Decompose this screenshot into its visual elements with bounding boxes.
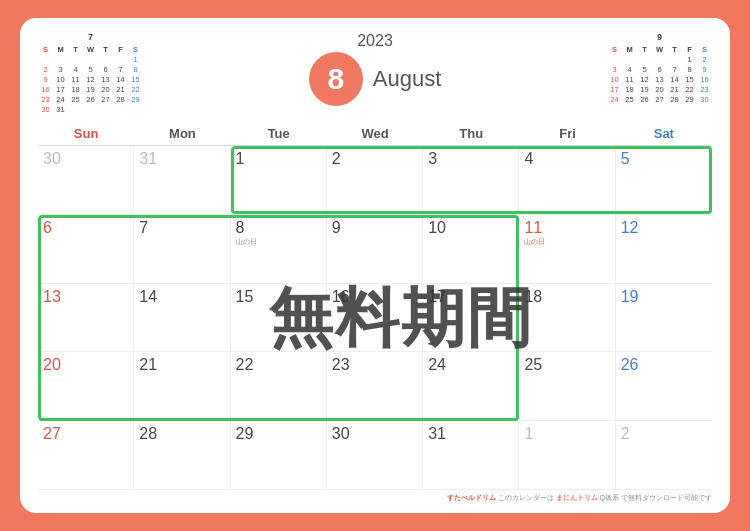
mini-cal-right: 9 SMTWTFS 123456789101112131415161718192… [607,32,712,104]
cell-number: 3 [428,149,513,168]
cell-number: 31 [428,424,513,443]
cell-number: 9 [332,218,417,237]
cell-number: 11 [524,218,609,237]
main-calendar: SunMonTueWedThuFriSat 無料期間 303112345678山… [38,122,712,490]
week-row-4: 272829303112 [38,421,712,490]
cal-cell-w2d0: 13 [38,284,134,352]
mini-cal-left-title: 7 [38,32,143,42]
mini-cal-left: 7 SMTWTFS 123456789101112131415161718192… [38,32,143,114]
year-label: 2023 [357,32,393,50]
cal-cell-w0d0: 30 [38,146,134,214]
cal-cell-w2d3: 16 [327,284,423,352]
mini-cal-right-title: 9 [607,32,712,42]
cell-number: 17 [428,287,513,306]
cal-cell-w2d6: 19 [616,284,712,352]
cal-cell-w4d0: 27 [38,421,134,489]
cell-number: 28 [139,424,224,443]
cell-number: 14 [139,287,224,306]
cal-cell-w4d5: 1 [519,421,615,489]
cal-cell-w0d6: 5 [616,146,712,214]
cal-cell-w4d2: 29 [231,421,327,489]
calendar-card: 7 SMTWTFS 123456789101112131415161718192… [20,18,730,513]
cell-number: 23 [332,355,417,374]
cal-cell-w3d1: 21 [134,352,230,420]
cell-number: 24 [428,355,513,374]
cal-cell-w1d2: 8山の日 [231,215,327,283]
cell-number: 10 [428,218,513,237]
col-header-thu: Thu [423,122,519,145]
cell-number: 4 [524,149,609,168]
cal-cell-w2d1: 14 [134,284,230,352]
cal-cell-w1d3: 9 [327,215,423,283]
month-circle: 8 [309,52,363,106]
top-section: 7 SMTWTFS 123456789101112131415161718192… [38,32,712,114]
cell-number: 8 [236,218,321,237]
cal-cell-w0d5: 4 [519,146,615,214]
cell-number: 15 [236,287,321,306]
cal-cell-w0d1: 31 [134,146,230,214]
cell-subtitle: 山の日 [524,237,545,247]
cell-number: 1 [236,149,321,168]
footer-brand1: すたべルドリム [447,494,496,501]
cal-cell-w0d3: 2 [327,146,423,214]
col-header-fri: Fri [519,122,615,145]
cal-cell-w1d1: 7 [134,215,230,283]
cell-number: 1 [524,424,609,443]
footer-text2: Q体系 [600,494,621,501]
cal-cell-w0d2: 1 [231,146,327,214]
cal-cell-w1d6: 12 [616,215,712,283]
cal-cell-w3d4: 24 [423,352,519,420]
cell-number: 31 [139,149,224,168]
col-header-sun: Sun [38,122,134,145]
cal-cell-w1d5: 11山の日 [519,215,615,283]
cal-cell-w4d1: 28 [134,421,230,489]
col-header-wed: Wed [327,122,423,145]
cell-number: 20 [43,355,128,374]
cal-cell-w2d4: 17 [423,284,519,352]
cell-number: 13 [43,287,128,306]
cal-cell-w1d0: 6 [38,215,134,283]
cell-number: 16 [332,287,417,306]
cal-cell-w4d4: 31 [423,421,519,489]
col-header-mon: Mon [134,122,230,145]
footer-brand2: まにんトリム [556,494,598,501]
cell-number: 6 [43,218,128,237]
cell-subtitle: 山の日 [236,237,257,247]
footer-text1: このカレンダーは [498,494,556,501]
cal-cell-w0d4: 3 [423,146,519,214]
cell-number: 18 [524,287,609,306]
cal-cell-w3d5: 25 [519,352,615,420]
cal-cell-w3d2: 22 [231,352,327,420]
week-row-3: 20212223242526 [38,352,712,421]
cal-cell-w2d5: 18 [519,284,615,352]
cell-number: 27 [43,424,128,443]
cal-cell-w3d0: 20 [38,352,134,420]
header-center: 2023 8 August [143,32,607,106]
col-header-sat: Sat [616,122,712,145]
cal-cell-w4d6: 2 [616,421,712,489]
cal-cell-w2d2: 15 [231,284,327,352]
calendar-header: SunMonTueWedThuFriSat [38,122,712,146]
cell-number: 25 [524,355,609,374]
cell-number: 29 [236,424,321,443]
cell-number: 7 [139,218,224,237]
week-row-1: 678山の日91011山の日12 [38,215,712,284]
cell-number: 2 [332,149,417,168]
week-row-0: 303112345 [38,146,712,215]
cal-cell-w3d6: 26 [616,352,712,420]
cell-number: 30 [332,424,417,443]
cell-number: 19 [621,287,707,306]
cell-number: 22 [236,355,321,374]
month-row: 8 August [309,52,442,106]
cal-cell-w3d3: 23 [327,352,423,420]
footer-text3: で無料ダウンロード可能です [621,494,712,501]
cal-cell-w4d3: 30 [327,421,423,489]
cal-cell-w1d4: 10 [423,215,519,283]
footer: すたべルドリム このカレンダーは まにんトリム Q体系 で無料ダウンロード可能で… [38,493,712,503]
cell-number: 2 [621,424,707,443]
cell-number: 5 [621,149,707,168]
week-row-2: 13141516171819 [38,284,712,353]
month-name: August [373,66,442,92]
cell-number: 12 [621,218,707,237]
calendar-body: 無料期間 303112345678山の日91011山の日121314151617… [38,146,712,490]
